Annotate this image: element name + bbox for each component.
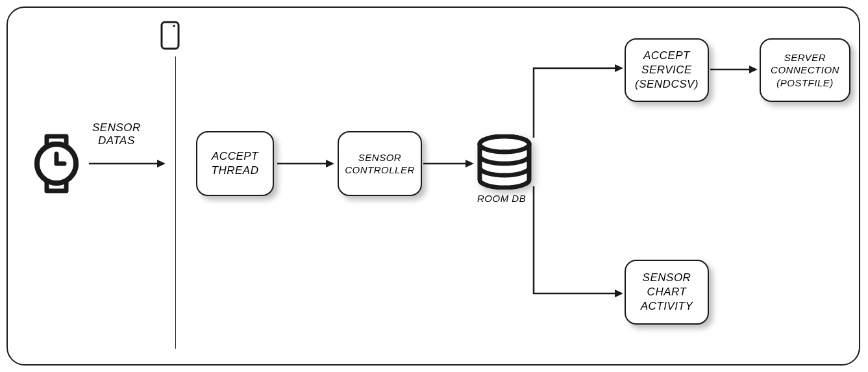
arrow-service-to-server: [710, 63, 759, 76]
svg-rect-3: [162, 22, 179, 49]
svg-marker-6: [157, 160, 166, 167]
separator-line: [175, 56, 176, 349]
room-db-label: ROOM DB: [477, 193, 526, 204]
arrow-watch-to-thread: [89, 157, 167, 170]
arrow-thread-to-controller: [277, 157, 336, 170]
arrow-db-to-chart: [534, 186, 625, 300]
svg-marker-13: [615, 64, 623, 72]
svg-marker-16: [615, 290, 623, 297]
watch-icon: [31, 131, 82, 196]
svg-marker-8: [326, 160, 334, 167]
arrow-controller-to-db: [423, 157, 475, 170]
svg-point-12: [480, 136, 529, 152]
arrow-db-to-service: [534, 63, 625, 141]
phone-icon: [160, 21, 180, 50]
sensor-datas-label: SENSOR DATAS: [92, 121, 141, 147]
diagram-frame: SENSOR DATAS ACCEPT THREAD SENSOR CONTRO…: [6, 6, 860, 366]
svg-marker-15: [749, 66, 758, 73]
accept-thread-box: ACCEPT THREAD: [196, 131, 274, 196]
svg-marker-10: [465, 160, 474, 167]
sensor-chart-activity-box: SENSOR CHART ACTIVITY: [625, 260, 709, 325]
database-icon: [475, 134, 534, 190]
svg-point-4: [173, 25, 175, 27]
accept-service-box: ACCEPT SERVICE (SENDCSV): [625, 38, 709, 102]
server-connection-box: SERVER CONNECTION (POSTFILE): [760, 38, 850, 102]
sensor-controller-box: SENSOR CONTROLLER: [338, 131, 422, 196]
